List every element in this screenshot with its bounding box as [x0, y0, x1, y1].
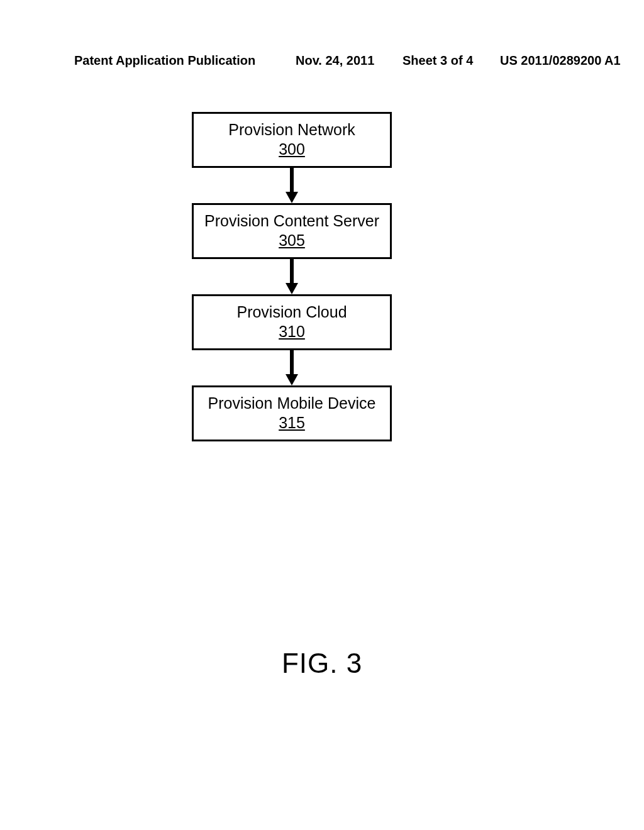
flow-box-ref: 300	[199, 140, 385, 159]
publication-number: US 2011/0289200 A1	[500, 53, 621, 68]
publication-date: Nov. 24, 2011	[296, 53, 374, 68]
flow-box-ref: 310	[199, 322, 385, 341]
sheet-number: Sheet 3 of 4	[402, 53, 473, 68]
flow-box-ref: 305	[199, 231, 385, 250]
flow-box-provision-network: Provision Network 300	[192, 112, 392, 168]
svg-marker-3	[286, 283, 298, 294]
flow-box-title: Provision Content Server	[199, 211, 385, 231]
publication-label: Patent Application Publication	[74, 53, 255, 68]
svg-marker-1	[286, 192, 298, 203]
flow-box-provision-content-server: Provision Content Server 305	[192, 203, 392, 259]
flow-box-ref: 315	[199, 413, 385, 433]
flow-box-title: Provision Mobile Device	[199, 394, 385, 413]
flow-box-provision-cloud: Provision Cloud 310	[192, 294, 392, 350]
flow-box-title: Provision Network	[199, 120, 385, 140]
figure-label: FIG. 3	[0, 648, 644, 679]
flow-box-title: Provision Cloud	[199, 302, 385, 322]
flow-box-provision-mobile-device: Provision Mobile Device 315	[192, 385, 392, 441]
arrow-icon	[192, 350, 392, 385]
arrow-icon	[192, 259, 392, 294]
svg-marker-5	[286, 374, 298, 385]
flowchart: Provision Network 300 Provision Content …	[192, 112, 392, 441]
arrow-icon	[192, 168, 392, 203]
